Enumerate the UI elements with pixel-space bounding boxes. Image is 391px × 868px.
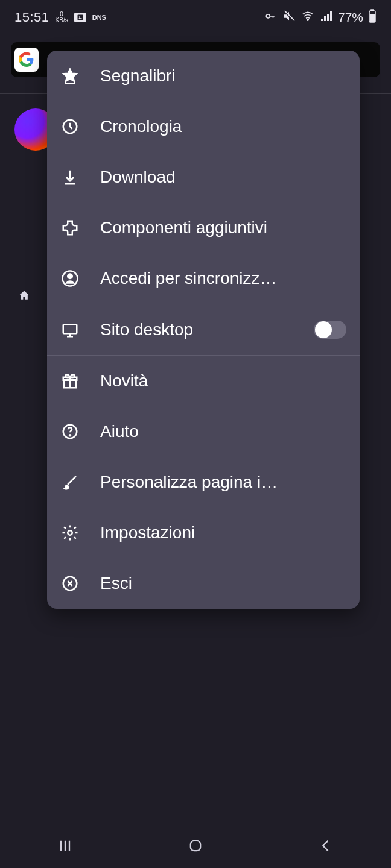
close-circle-icon	[60, 574, 80, 593]
svg-rect-18	[63, 324, 77, 333]
wifi-icon	[300, 10, 315, 25]
menu-addons[interactable]: Componenti aggiuntivi	[47, 203, 360, 253]
menu-sync-label: Accedi per sincronizz…	[100, 269, 346, 288]
menu-desktop-site[interactable]: Sito desktop	[47, 304, 360, 355]
svg-point-2	[78, 16, 80, 17]
history-icon	[60, 117, 80, 136]
menu-bookmarks[interactable]: Segnalibri	[47, 51, 360, 101]
svg-point-6	[307, 19, 309, 20]
overflow-menu: Segnalibri Cronologia Download Component…	[47, 51, 360, 609]
menu-quit[interactable]: Esci	[47, 558, 360, 609]
svg-rect-25	[191, 841, 200, 851]
menu-downloads[interactable]: Download	[47, 152, 360, 203]
svg-rect-0	[77, 15, 83, 20]
mute-icon	[282, 10, 296, 26]
menu-quit-label: Esci	[100, 574, 346, 593]
status-network-speed: 0 KB/s	[56, 11, 68, 24]
menu-customize-label: Personalizza pagina i…	[100, 473, 346, 492]
battery-icon	[368, 9, 377, 27]
brush-icon	[60, 473, 80, 492]
menu-desktop-label: Sito desktop	[100, 320, 193, 339]
menu-history-label: Cronologia	[100, 117, 346, 136]
google-favicon	[14, 48, 39, 72]
svg-point-23	[68, 530, 72, 535]
gift-icon	[60, 371, 80, 391]
nav-home-button[interactable]	[187, 837, 204, 857]
home-icon	[18, 289, 30, 304]
menu-bookmarks-label: Segnalibri	[100, 66, 346, 86]
menu-settings[interactable]: Impostazioni	[47, 508, 360, 558]
svg-marker-14	[63, 69, 76, 81]
menu-whatsnew[interactable]: Novità	[47, 356, 360, 406]
help-icon	[60, 422, 80, 441]
android-navbar	[0, 826, 391, 868]
signal-icon	[320, 10, 333, 25]
desktop-site-toggle[interactable]	[314, 321, 346, 339]
svg-point-17	[68, 274, 72, 279]
menu-sync[interactable]: Accedi per sincronizz…	[47, 253, 360, 304]
menu-downloads-label: Download	[100, 168, 346, 187]
menu-addons-label: Componenti aggiuntivi	[100, 218, 346, 237]
menu-help-label: Aiuto	[100, 422, 346, 441]
svg-rect-10	[330, 11, 332, 21]
desktop-icon	[60, 320, 80, 339]
menu-history[interactable]: Cronologia	[47, 101, 360, 152]
download-icon	[60, 168, 80, 187]
account-icon	[60, 269, 80, 288]
nav-recent-button[interactable]	[57, 837, 74, 857]
menu-whatsnew-label: Novità	[100, 371, 346, 391]
bookmark-icon	[60, 66, 80, 86]
menu-settings-label: Impostazioni	[100, 523, 346, 542]
picture-icon	[74, 13, 86, 22]
svg-rect-7	[321, 19, 323, 21]
menu-customize[interactable]: Personalizza pagina i…	[47, 457, 360, 508]
battery-percent: 77%	[338, 10, 363, 25]
nav-back-button[interactable]	[317, 837, 334, 857]
status-time: 15:51	[14, 10, 49, 25]
svg-rect-13	[370, 14, 375, 22]
svg-rect-8	[324, 16, 326, 21]
svg-point-3	[266, 14, 270, 18]
gear-icon	[60, 523, 80, 542]
status-bar: 15:51 0 KB/s DNS 77%	[0, 0, 391, 35]
puzzle-icon	[60, 218, 80, 237]
svg-rect-9	[327, 14, 329, 21]
svg-rect-12	[371, 10, 374, 11]
dns-indicator: DNS	[92, 14, 106, 21]
svg-point-22	[69, 435, 71, 436]
vpn-key-icon	[263, 11, 278, 25]
menu-help[interactable]: Aiuto	[47, 406, 360, 457]
